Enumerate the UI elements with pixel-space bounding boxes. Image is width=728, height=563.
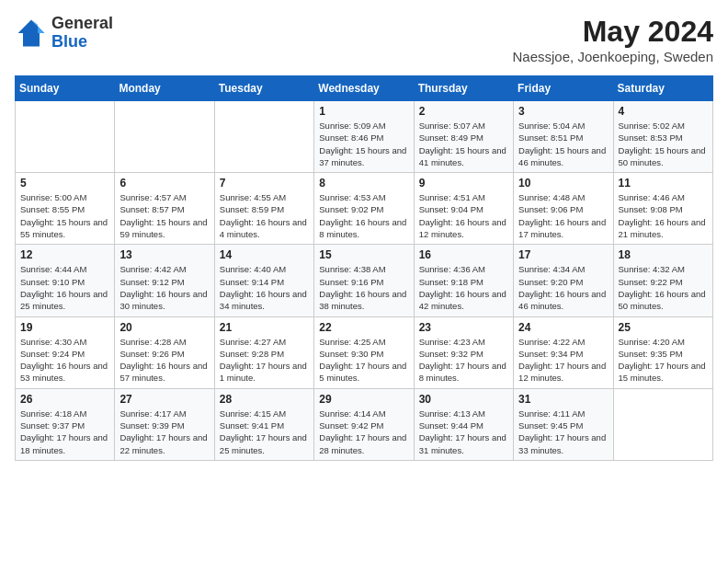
day-number: 27 — [119, 393, 209, 406]
weekday-header-thursday: Thursday — [414, 76, 513, 101]
day-number: 20 — [119, 321, 209, 334]
calendar-cell: 3Sunrise: 5:04 AMSunset: 8:51 PMDaylight… — [514, 101, 613, 173]
calendar-cell: 20Sunrise: 4:28 AMSunset: 9:26 PMDayligh… — [115, 316, 214, 388]
calendar-cell: 11Sunrise: 4:46 AMSunset: 9:08 PMDayligh… — [613, 173, 712, 245]
calendar-cell: 8Sunrise: 4:53 AMSunset: 9:02 PMDaylight… — [314, 173, 414, 245]
calendar-cell: 2Sunrise: 5:07 AMSunset: 8:49 PMDaylight… — [414, 101, 513, 173]
day-number: 11 — [619, 177, 708, 190]
day-number: 7 — [220, 177, 309, 190]
day-number: 14 — [220, 248, 309, 261]
cell-content: Sunrise: 4:13 AMSunset: 9:44 PMDaylight:… — [419, 408, 508, 456]
calendar-cell: 6Sunrise: 4:57 AMSunset: 8:57 PMDaylight… — [115, 173, 214, 245]
page: General Blue May 2024 Naessjoe, Joenkoep… — [0, 0, 728, 476]
cell-content: Sunrise: 4:53 AMSunset: 9:02 PMDaylight:… — [319, 191, 408, 240]
cell-content: Sunrise: 5:07 AMSunset: 8:49 PMDaylight:… — [419, 120, 508, 168]
cell-content: Sunrise: 4:48 AMSunset: 9:06 PMDaylight:… — [518, 191, 608, 240]
weekday-header-friday: Friday — [514, 76, 613, 101]
cell-content: Sunrise: 4:25 AMSunset: 9:30 PMDaylight:… — [319, 336, 408, 385]
cell-content: Sunrise: 4:14 AMSunset: 9:42 PMDaylight:… — [319, 408, 408, 456]
location: Naessjoe, Joenkoeping, Sweden — [513, 49, 713, 64]
calendar-cell: 30Sunrise: 4:13 AMSunset: 9:44 PMDayligh… — [414, 388, 513, 460]
cell-content: Sunrise: 4:30 AMSunset: 9:24 PMDaylight:… — [20, 336, 109, 385]
calendar-cell: 22Sunrise: 4:25 AMSunset: 9:30 PMDayligh… — [314, 316, 414, 388]
cell-content: Sunrise: 4:28 AMSunset: 9:26 PMDaylight:… — [119, 336, 209, 385]
day-number: 26 — [20, 393, 109, 406]
calendar-cell — [613, 388, 712, 460]
calendar-cell — [16, 101, 115, 173]
cell-content: Sunrise: 5:04 AMSunset: 8:51 PMDaylight:… — [518, 120, 608, 168]
calendar-cell: 29Sunrise: 4:14 AMSunset: 9:42 PMDayligh… — [314, 388, 414, 460]
day-number: 29 — [319, 393, 408, 406]
calendar-cell: 26Sunrise: 4:18 AMSunset: 9:37 PMDayligh… — [16, 388, 115, 460]
cell-content: Sunrise: 4:55 AMSunset: 8:59 PMDaylight:… — [220, 191, 309, 240]
cell-content: Sunrise: 4:22 AMSunset: 9:34 PMDaylight:… — [518, 336, 608, 385]
calendar-cell — [115, 101, 214, 173]
calendar-cell: 5Sunrise: 5:00 AMSunset: 8:55 PMDaylight… — [16, 173, 115, 245]
day-number: 22 — [319, 321, 408, 334]
cell-content: Sunrise: 4:42 AMSunset: 9:12 PMDaylight:… — [119, 263, 209, 312]
day-number: 19 — [20, 321, 109, 334]
cell-content: Sunrise: 4:44 AMSunset: 9:10 PMDaylight:… — [20, 263, 109, 312]
calendar-week-row: 12Sunrise: 4:44 AMSunset: 9:10 PMDayligh… — [16, 245, 713, 316]
calendar-week-row: 5Sunrise: 5:00 AMSunset: 8:55 PMDaylight… — [16, 173, 713, 245]
day-number: 25 — [619, 321, 708, 334]
calendar-cell: 25Sunrise: 4:20 AMSunset: 9:35 PMDayligh… — [613, 316, 712, 388]
calendar-cell: 28Sunrise: 4:15 AMSunset: 9:41 PMDayligh… — [214, 388, 313, 460]
cell-content: Sunrise: 5:02 AMSunset: 8:53 PMDaylight:… — [619, 120, 708, 168]
day-number: 12 — [20, 248, 109, 261]
day-number: 10 — [518, 177, 608, 190]
day-number: 28 — [220, 393, 309, 406]
day-number: 21 — [220, 321, 309, 334]
logo-text: General Blue — [51, 15, 113, 52]
weekday-row: SundayMondayTuesdayWednesdayThursdayFrid… — [16, 76, 713, 101]
calendar-cell: 13Sunrise: 4:42 AMSunset: 9:12 PMDayligh… — [115, 245, 214, 316]
day-number: 30 — [419, 393, 508, 406]
day-number: 15 — [319, 248, 408, 261]
calendar-cell: 14Sunrise: 4:40 AMSunset: 9:14 PMDayligh… — [214, 245, 313, 316]
calendar-cell: 27Sunrise: 4:17 AMSunset: 9:39 PMDayligh… — [115, 388, 214, 460]
logo-blue-text: Blue — [51, 32, 87, 51]
logo-icon — [15, 17, 48, 50]
calendar-header: SundayMondayTuesdayWednesdayThursdayFrid… — [16, 76, 713, 101]
day-number: 6 — [119, 177, 209, 190]
calendar-cell: 16Sunrise: 4:36 AMSunset: 9:18 PMDayligh… — [414, 245, 513, 316]
logo: General Blue — [15, 15, 113, 52]
weekday-header-tuesday: Tuesday — [214, 76, 313, 101]
weekday-header-wednesday: Wednesday — [314, 76, 414, 101]
cell-content: Sunrise: 4:20 AMSunset: 9:35 PMDaylight:… — [619, 336, 708, 385]
calendar-table: SundayMondayTuesdayWednesdayThursdayFrid… — [15, 75, 713, 461]
weekday-header-sunday: Sunday — [16, 76, 115, 101]
month-year: May 2024 — [513, 15, 713, 49]
calendar-cell: 7Sunrise: 4:55 AMSunset: 8:59 PMDaylight… — [214, 173, 313, 245]
cell-content: Sunrise: 4:51 AMSunset: 9:04 PMDaylight:… — [419, 191, 508, 240]
calendar-cell: 17Sunrise: 4:34 AMSunset: 9:20 PMDayligh… — [514, 245, 613, 316]
cell-content: Sunrise: 4:46 AMSunset: 9:08 PMDaylight:… — [619, 191, 708, 240]
cell-content: Sunrise: 4:17 AMSunset: 9:39 PMDaylight:… — [119, 408, 209, 456]
day-number: 18 — [619, 248, 708, 261]
cell-content: Sunrise: 4:11 AMSunset: 9:45 PMDaylight:… — [518, 408, 608, 456]
day-number: 16 — [419, 248, 508, 261]
calendar-cell: 31Sunrise: 4:11 AMSunset: 9:45 PMDayligh… — [514, 388, 613, 460]
day-number: 5 — [20, 177, 109, 190]
cell-content: Sunrise: 4:32 AMSunset: 9:22 PMDaylight:… — [619, 263, 708, 312]
title-block: May 2024 Naessjoe, Joenkoeping, Sweden — [513, 15, 713, 64]
calendar-cell: 18Sunrise: 4:32 AMSunset: 9:22 PMDayligh… — [613, 245, 712, 316]
calendar-cell — [214, 101, 313, 173]
calendar-week-row: 1Sunrise: 5:09 AMSunset: 8:46 PMDaylight… — [16, 101, 713, 173]
day-number: 8 — [319, 177, 408, 190]
calendar-week-row: 26Sunrise: 4:18 AMSunset: 9:37 PMDayligh… — [16, 388, 713, 460]
day-number: 9 — [419, 177, 508, 190]
cell-content: Sunrise: 4:38 AMSunset: 9:16 PMDaylight:… — [319, 263, 408, 312]
header: General Blue May 2024 Naessjoe, Joenkoep… — [15, 15, 713, 64]
day-number: 31 — [518, 393, 608, 406]
weekday-header-monday: Monday — [115, 76, 214, 101]
cell-content: Sunrise: 5:00 AMSunset: 8:55 PMDaylight:… — [20, 191, 109, 240]
calendar-cell: 21Sunrise: 4:27 AMSunset: 9:28 PMDayligh… — [214, 316, 313, 388]
day-number: 24 — [518, 321, 608, 334]
calendar-cell: 4Sunrise: 5:02 AMSunset: 8:53 PMDaylight… — [613, 101, 712, 173]
calendar-week-row: 19Sunrise: 4:30 AMSunset: 9:24 PMDayligh… — [16, 316, 713, 388]
calendar-cell: 12Sunrise: 4:44 AMSunset: 9:10 PMDayligh… — [16, 245, 115, 316]
calendar-cell: 23Sunrise: 4:23 AMSunset: 9:32 PMDayligh… — [414, 316, 513, 388]
cell-content: Sunrise: 4:57 AMSunset: 8:57 PMDaylight:… — [119, 191, 209, 240]
day-number: 13 — [119, 248, 209, 261]
